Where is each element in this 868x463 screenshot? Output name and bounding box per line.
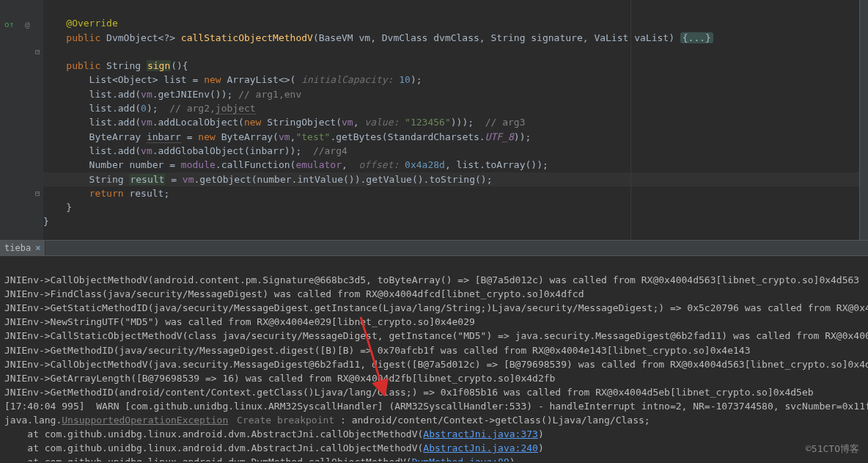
type: String	[106, 60, 141, 71]
code-editor[interactable]: o↑ @ ⊟ ⊟ @Override public DvmObject<?> c…	[0, 0, 868, 240]
field: module	[181, 159, 216, 170]
kw-public: public	[66, 60, 100, 71]
source-link[interactable]: AbstractJni.java:373	[423, 429, 538, 440]
at-icon: @	[25, 20, 30, 29]
source-link[interactable]: DvmMethod.java:89	[412, 456, 510, 462]
stack-line: at com.github.unidbg.linux.android.dvm.A…	[4, 442, 423, 453]
stack-line: at com.github.unidbg.linux.android.dvm.A…	[4, 429, 423, 440]
create-breakpoint[interactable]: Create breakpoint	[231, 415, 334, 426]
annotation: @Override	[66, 18, 117, 29]
exception-class[interactable]: UnsupportedOperationException	[62, 415, 228, 426]
field: vm	[342, 117, 353, 128]
log-line: : android/content/Context->getClass()Lja…	[334, 415, 650, 426]
log-line: JNIEnv->CallObjectMethodV(java.security.…	[4, 359, 868, 370]
fold-icon[interactable]: ⊟	[35, 47, 40, 56]
code-line: .addGlobalObject(inbarr));	[152, 145, 313, 156]
params: (BaseVM vm, DvmClass dvmClass, String si…	[313, 32, 680, 43]
code-line: , list.toArray());	[445, 159, 548, 170]
code-line: list.add(	[43, 103, 141, 114]
log-line: JNIEnv->CallObjectMethodV(android.conten…	[4, 274, 859, 285]
log-warn: [17:40:04 995] WARN [com.github.unidbg.l…	[4, 401, 868, 412]
log-line: JNIEnv->GetMethodID(java/security/Messag…	[4, 345, 750, 356]
code-line: Number number =	[43, 159, 181, 170]
console-tab-bar: tieba ×	[0, 240, 868, 256]
code-line: .addLocalObject(	[152, 117, 244, 128]
watermark: ©51CTO博客	[806, 442, 859, 456]
tab-tieba[interactable]: tieba ×	[0, 241, 45, 255]
return-type: DvmObject<?>	[106, 32, 175, 43]
override-icon[interactable]: o↑	[4, 20, 14, 29]
code-line: );	[147, 103, 169, 114]
code-line: result;	[124, 188, 170, 199]
code-line: .getBytes(StandardCharsets.	[330, 131, 485, 142]
code-line	[43, 188, 89, 199]
code-line: ByteArray	[43, 131, 147, 142]
code-line: ,	[342, 159, 358, 170]
method-name: callStaticObjectMethodV	[181, 32, 313, 43]
code-line: ,	[353, 117, 365, 128]
log-line: JNIEnv->CallStaticObjectMethodV(class ja…	[4, 330, 868, 341]
code-line: }	[43, 216, 49, 227]
param-hint: offset:	[359, 159, 400, 170]
log-line: java.lang.	[4, 415, 62, 426]
code-line: String	[43, 174, 129, 185]
kw-public: public	[66, 32, 100, 43]
code-content[interactable]: @Override public DvmObject<?> callStatic…	[43, 0, 859, 240]
scrollbar[interactable]	[859, 0, 868, 240]
comment: // arg1,env	[238, 89, 301, 100]
field: vm	[279, 131, 290, 142]
code-line: );	[411, 74, 422, 85]
string: "test"	[295, 131, 330, 142]
param-hint: initialCapacity:	[301, 74, 393, 85]
code-line: )));	[451, 117, 485, 128]
brace: (){	[171, 60, 188, 71]
comment: jobject	[216, 103, 256, 114]
field: emulator	[295, 159, 342, 170]
source-link[interactable]: AbstractJni.java:240	[423, 442, 538, 453]
log-line: JNIEnv->FindClass(java/security/MessageD…	[4, 288, 584, 299]
fold-end-icon[interactable]: ⊟	[35, 189, 40, 198]
code-line: =	[181, 131, 198, 142]
var: inbarr	[147, 131, 181, 143]
kw-return: return	[89, 188, 124, 199]
comment: // arg3	[485, 117, 526, 128]
number: 0x4a28d	[399, 159, 445, 170]
code-line: StringObject(	[261, 117, 342, 128]
number: 0	[141, 103, 147, 114]
string: "123456"	[399, 117, 450, 128]
console-output[interactable]: JNIEnv->CallObjectMethodV(android.conten…	[0, 256, 868, 462]
var-result: result	[129, 174, 165, 185]
stack-line: )	[510, 456, 515, 462]
kw-new: new	[198, 131, 215, 142]
code-line: .getJNIEnv());	[152, 89, 238, 100]
code-line: ArrayList<>(	[221, 74, 302, 85]
field: vm	[141, 117, 152, 128]
number: 10	[393, 74, 410, 85]
kw-new: new	[204, 74, 221, 85]
code-line: List<Object> list =	[43, 74, 204, 85]
stack-line: )	[538, 429, 544, 440]
tab-label: tieba	[4, 243, 31, 253]
right-margin	[630, 0, 631, 240]
field: vm	[141, 145, 152, 156]
close-icon[interactable]: ×	[35, 243, 40, 253]
log-line: JNIEnv->NewStringUTF("MD5") was called f…	[4, 316, 475, 327]
highlighted-line: String result = vm.getObject(number.intV…	[43, 172, 859, 186]
fold-marker[interactable]: {...}	[680, 32, 713, 43]
code-line: list.add(	[43, 117, 141, 128]
code-line: .getObject(number.intValue()).getValue()…	[194, 174, 493, 185]
comment: // arg2,	[169, 103, 216, 114]
log-line: JNIEnv->GetMethodID(android/content/Cont…	[4, 387, 814, 398]
code-line: }	[43, 202, 72, 213]
stack-line: )	[538, 442, 544, 453]
code-line: list.add(	[43, 145, 141, 156]
param-hint: value:	[364, 117, 399, 128]
code-line: list.add(	[43, 89, 141, 100]
field: vm	[183, 174, 194, 185]
code-line: ));	[514, 131, 531, 142]
field: vm	[141, 89, 152, 100]
kw-new: new	[244, 117, 261, 128]
code-line: ByteArray(	[216, 131, 279, 142]
method-sign: sign	[147, 60, 171, 71]
log-line: JNIEnv->GetStaticMethodID(java/security/…	[4, 302, 868, 313]
